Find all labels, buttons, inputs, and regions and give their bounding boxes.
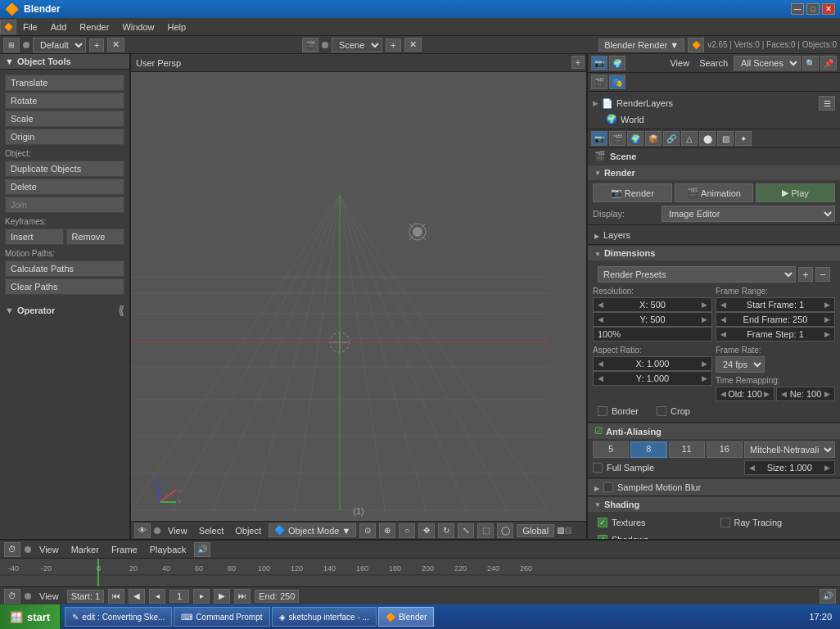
motion-blur-header[interactable]: Sampled Motion Blur xyxy=(588,479,840,496)
menu-file[interactable]: File xyxy=(16,20,44,34)
translate-button[interactable]: Translate xyxy=(5,75,124,91)
shading-header[interactable]: Shading xyxy=(588,497,840,512)
border-checkbox[interactable] xyxy=(598,406,607,416)
timeline-ruler[interactable]: -40 -20 0 20 40 60 80 100 120 140 160 18… xyxy=(0,559,840,586)
aa-filter-select[interactable]: Mitchell-Netravali xyxy=(744,441,835,458)
animation-button[interactable]: 🎬 Animation xyxy=(675,183,754,202)
menu-help[interactable]: Help xyxy=(161,20,193,34)
vp-object-menu[interactable]: Object xyxy=(231,526,265,536)
textures-checkbox[interactable]: ✓ xyxy=(598,518,607,527)
full-sample-checkbox[interactable] xyxy=(593,463,603,473)
taskbar-item-3[interactable]: 🔶 Blender xyxy=(378,607,434,627)
scene-tree-renderlayers[interactable]: ▶ 📄 RenderLayers ☰ xyxy=(593,94,835,112)
dimensions-header[interactable]: Dimensions xyxy=(588,246,840,260)
current-frame-field[interactable]: 1 xyxy=(169,590,189,603)
taskbar-item-2[interactable]: ◈ sketchup interface - ... xyxy=(272,607,377,627)
minimize-button[interactable]: — xyxy=(791,3,804,15)
vp-select-menu[interactable]: Select xyxy=(195,526,228,536)
clear-paths-button[interactable]: Clear Paths xyxy=(5,278,124,295)
aa-header[interactable]: ☑ Anti-Aliasing xyxy=(588,423,840,439)
transform-scale[interactable]: ⤡ xyxy=(458,523,474,538)
prop-edit-btn[interactable]: ○ xyxy=(399,523,415,538)
workspace-layout-select[interactable]: Default xyxy=(33,38,86,52)
viewport-corner-btn[interactable]: + xyxy=(571,56,585,69)
smb-checkbox[interactable] xyxy=(603,482,613,492)
tl-playback-menu[interactable]: Playback xyxy=(146,545,191,554)
start-button[interactable]: 🪟 start xyxy=(0,604,61,629)
rp-pin-btn[interactable]: 📌 xyxy=(820,56,837,70)
render-layers-icon[interactable]: 🎬 xyxy=(591,75,607,89)
display-select[interactable]: Image Editor xyxy=(662,206,835,222)
x-field[interactable]: ◀ X: 500 ▶ xyxy=(593,297,712,312)
play-button[interactable]: ▶ Play xyxy=(756,183,835,202)
data-tab[interactable]: △ xyxy=(681,131,698,146)
scene-icon-tab[interactable]: 🎭 xyxy=(609,75,625,89)
mode-select[interactable]: 🔷 Object Mode ▼ xyxy=(269,523,356,537)
scene-tree-world[interactable]: 🌍 World xyxy=(593,112,835,126)
calculate-paths-button[interactable]: Calculate Paths xyxy=(5,260,124,277)
origin-button[interactable]: Origin xyxy=(5,129,124,145)
insert-button[interactable]: Insert xyxy=(5,229,64,245)
blender-menu-icon[interactable]: 🔶 xyxy=(0,20,16,34)
object-props-tab[interactable]: 📦 xyxy=(645,131,662,146)
tl-jump-start[interactable]: ⏮ xyxy=(108,589,124,604)
size-field[interactable]: ◀ Size: 1.000 ▶ xyxy=(744,460,835,475)
scenes-select[interactable]: All Scenes xyxy=(734,56,801,70)
aa-btn-8[interactable]: 8 xyxy=(630,441,666,458)
rp-search-icon[interactable]: 🔍 xyxy=(802,56,819,70)
framerate-select[interactable]: 24 fps xyxy=(716,356,765,373)
layers-header[interactable]: Layers xyxy=(588,226,840,244)
layer-dot-2[interactable] xyxy=(565,527,571,534)
rp-camera-tab[interactable]: 📷 xyxy=(591,56,607,70)
y-aspect-field[interactable]: ◀ Y: 1.000 ▶ xyxy=(593,371,712,386)
menu-window[interactable]: Window xyxy=(115,20,160,34)
render-props-tab[interactable]: 📷 xyxy=(591,131,607,146)
presets-add-btn[interactable]: + xyxy=(798,267,813,282)
end-frame-field[interactable]: ◀ End Frame: 250 ▶ xyxy=(716,312,835,327)
scale-button[interactable]: Scale xyxy=(5,111,124,127)
texture-tab[interactable]: ▨ xyxy=(717,131,734,146)
tl-frame-menu[interactable]: Frame xyxy=(107,545,142,554)
render-header[interactable]: Render xyxy=(588,165,840,180)
taskbar-item-1[interactable]: ⌨ Command Prompt xyxy=(174,607,269,627)
tl-footer-icon[interactable]: ⏱ xyxy=(4,589,20,604)
new-val-field[interactable]: ◀ Ne: 100 ▶ xyxy=(776,387,835,401)
tl-play-reverse[interactable]: ◂ xyxy=(149,589,165,604)
start-frame-field[interactable]: ◀ Start Frame: 1 ▶ xyxy=(716,297,835,312)
taskbar-item-0[interactable]: ✎ edit : Converting Ske... xyxy=(65,607,172,627)
timeline-icon[interactable]: ⏱ xyxy=(4,542,20,557)
frame-step-field[interactable]: ◀ Frame Step: 1 ▶ xyxy=(716,327,835,342)
aa-checkbox[interactable]: ☑ xyxy=(594,426,603,437)
tl-footer-view[interactable]: View xyxy=(35,591,63,601)
operator-section[interactable]: ▼ Operator ⟪ xyxy=(0,301,129,319)
scene-add-btn[interactable]: + xyxy=(386,38,400,52)
old-val-field[interactable]: ◀ Old: 100 ▶ xyxy=(716,387,775,401)
scene-icon-btn[interactable]: 🎬 xyxy=(302,38,318,52)
global-select[interactable]: Global xyxy=(517,524,554,537)
tl-audio-btn[interactable]: 🔊 xyxy=(194,542,210,557)
scene-remove-btn[interactable]: ✕ xyxy=(404,38,422,52)
maximize-button[interactable]: □ xyxy=(806,3,820,15)
y-field[interactable]: ◀ Y: 500 ▶ xyxy=(593,312,712,327)
scene-props-tab[interactable]: 🎬 xyxy=(609,131,625,146)
x-aspect-field[interactable]: ◀ X: 1.000 ▶ xyxy=(593,356,712,371)
material-tab[interactable]: ⬤ xyxy=(699,131,716,146)
transform-grab[interactable]: ✥ xyxy=(418,523,435,538)
render-engine-select[interactable]: Blender Render ▼ xyxy=(598,38,684,52)
constraints-tab[interactable]: 🔗 xyxy=(663,131,680,146)
menu-add[interactable]: Add xyxy=(44,20,74,34)
vp-view-menu[interactable]: View xyxy=(164,526,192,536)
select-box[interactable]: ⬚ xyxy=(477,523,494,538)
tl-marker-menu[interactable]: Marker xyxy=(67,545,103,554)
viewport-canvas[interactable]: X Y Z (1) xyxy=(131,72,586,521)
aa-btn-5[interactable]: 5 xyxy=(593,441,629,458)
render-button[interactable]: 📷 Render xyxy=(593,183,672,202)
tl-next-frame[interactable]: ▶ xyxy=(214,589,230,604)
join-button[interactable]: Join xyxy=(5,197,124,213)
tl-prev-frame[interactable]: ◀ xyxy=(129,589,145,604)
renderlayers-menu[interactable]: ☰ xyxy=(819,96,835,111)
world-props-tab[interactable]: 🌍 xyxy=(627,131,644,146)
start-frame-control[interactable]: Start: 1 xyxy=(67,590,104,603)
tl-audio-sync[interactable]: 🔊 xyxy=(820,589,836,604)
pivot-btn[interactable]: ⊙ xyxy=(359,523,376,538)
